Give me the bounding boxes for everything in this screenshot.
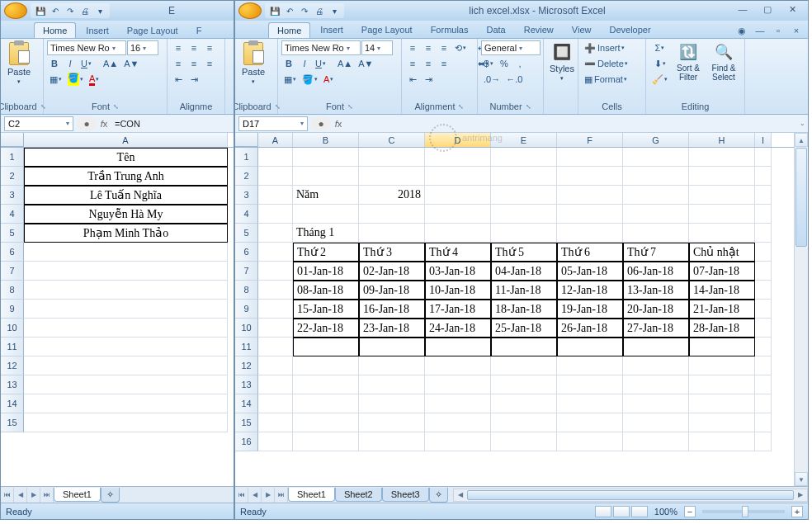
cell[interactable] (557, 394, 623, 413)
cell[interactable] (623, 356, 689, 375)
cell[interactable] (491, 186, 557, 205)
comma-button[interactable]: , (512, 56, 527, 71)
zoom-in-button[interactable]: + (791, 506, 803, 517)
underline-button[interactable]: U (313, 56, 328, 71)
cell[interactable]: Thứ 4 (425, 243, 491, 262)
row-header[interactable]: 7 (1, 262, 24, 281)
cell[interactable] (755, 375, 772, 394)
help-icon[interactable]: ◉ (735, 26, 748, 36)
cell[interactable] (755, 186, 772, 205)
align-left-button[interactable]: ≡ (405, 56, 420, 71)
cell[interactable]: Nguyễn Hà My (24, 205, 228, 224)
doc-restore-icon[interactable]: ▫ (772, 26, 785, 36)
cell[interactable] (258, 319, 293, 338)
font-combo[interactable]: Times New Ro▾ (47, 40, 126, 55)
cell[interactable]: 22-Jan-18 (293, 319, 359, 338)
align-center-button[interactable]: ≡ (421, 56, 436, 71)
tab-formulas[interactable]: F (188, 23, 210, 38)
ribbon-min-icon[interactable]: — (753, 26, 767, 36)
cell[interactable] (258, 167, 293, 186)
cell[interactable]: 19-Jan-18 (557, 300, 623, 319)
row-header[interactable]: 8 (235, 281, 258, 300)
redo-icon[interactable]: ↷ (298, 4, 311, 17)
name-box[interactable]: C2▾ (4, 116, 73, 131)
italic-button[interactable]: I (63, 56, 78, 71)
cell[interactable] (258, 224, 293, 243)
last-sheet-icon[interactable]: ⏭ (40, 488, 54, 503)
new-sheet-icon[interactable]: ✧ (429, 488, 448, 503)
new-sheet-icon[interactable]: ✧ (101, 488, 120, 503)
vertical-scrollbar[interactable]: ▲ ▼ (794, 133, 808, 486)
row-header[interactable]: 14 (1, 394, 24, 413)
row-header[interactable]: 9 (235, 300, 258, 319)
cell[interactable]: 28-Jan-18 (689, 319, 755, 338)
column-header[interactable]: H (689, 133, 755, 147)
column-header[interactable]: E (491, 133, 557, 147)
cell[interactable]: 27-Jan-18 (623, 319, 689, 338)
cell[interactable] (258, 300, 293, 319)
row-header[interactable]: 15 (235, 413, 258, 432)
select-all-button[interactable] (1, 133, 24, 147)
cell[interactable] (24, 394, 228, 413)
cell[interactable] (24, 281, 228, 300)
align-bottom-button[interactable]: ≡ (437, 40, 451, 55)
italic-button[interactable]: I (297, 56, 312, 71)
cell[interactable]: 2018 (359, 186, 425, 205)
insert-button[interactable]: ➕ Insert (582, 40, 643, 55)
cell[interactable] (425, 413, 491, 432)
last-sheet-icon[interactable]: ⏭ (275, 488, 288, 503)
cell[interactable] (359, 167, 425, 186)
cell[interactable]: 02-Jan-18 (359, 262, 425, 281)
align-top-button[interactable]: ≡ (171, 40, 186, 55)
percent-button[interactable]: % (497, 56, 512, 71)
column-header[interactable]: G (623, 133, 689, 147)
cell[interactable] (491, 375, 557, 394)
cell[interactable] (24, 319, 228, 338)
sheet-tab[interactable]: Sheet1 (288, 488, 335, 502)
cell[interactable] (359, 356, 425, 375)
cell[interactable] (24, 243, 228, 262)
print-icon[interactable]: 🖨 (78, 4, 92, 17)
cell[interactable] (491, 394, 557, 413)
cell[interactable]: Thứ 2 (293, 243, 359, 262)
next-sheet-icon[interactable]: ▶ (27, 488, 40, 503)
undo-icon[interactable]: ↶ (283, 4, 296, 17)
decrease-indent-button[interactable]: ⇤ (171, 72, 186, 87)
cell[interactable]: 18-Jan-18 (491, 300, 557, 319)
cell[interactable]: 23-Jan-18 (359, 319, 425, 338)
cell[interactable] (425, 186, 491, 205)
column-header[interactable]: F (557, 133, 623, 147)
first-sheet-icon[interactable]: ⏮ (1, 488, 14, 503)
row-header[interactable]: 10 (235, 319, 258, 338)
next-sheet-icon[interactable]: ▶ (262, 488, 275, 503)
tab-data[interactable]: Data (478, 22, 513, 38)
tab-insert[interactable]: Insert (78, 23, 117, 38)
row-header[interactable]: 12 (1, 356, 24, 375)
row-header[interactable]: 5 (1, 224, 24, 243)
page-break-button[interactable] (631, 506, 648, 517)
qat-more-icon[interactable]: ▾ (93, 4, 106, 17)
cell[interactable] (24, 262, 228, 281)
cell[interactable]: Lê Tuấn Nghĩa (24, 186, 228, 205)
cell[interactable] (425, 224, 491, 243)
cell[interactable] (623, 205, 689, 224)
office-button[interactable] (238, 2, 262, 19)
zoom-thumb[interactable] (742, 506, 748, 517)
cell[interactable] (623, 186, 689, 205)
row-header[interactable]: 8 (1, 281, 24, 300)
cell[interactable]: Thứ 6 (557, 243, 623, 262)
bold-button[interactable]: B (281, 56, 296, 71)
shrink-font-button[interactable]: A▼ (121, 56, 141, 71)
cell[interactable]: 12-Jan-18 (557, 281, 623, 300)
cell[interactable] (557, 148, 623, 167)
cell[interactable] (623, 148, 689, 167)
cell[interactable] (689, 205, 755, 224)
cell[interactable]: 01-Jan-18 (293, 262, 359, 281)
cell[interactable]: 17-Jan-18 (425, 300, 491, 319)
sheet-tab[interactable]: Sheet3 (382, 488, 429, 502)
grow-font-button[interactable]: A▲ (101, 56, 120, 71)
find-select-button[interactable]: 🔍Find & Select (706, 40, 741, 83)
cell[interactable]: 05-Jan-18 (557, 262, 623, 281)
row-header[interactable]: 6 (235, 243, 258, 262)
cell[interactable] (425, 148, 491, 167)
